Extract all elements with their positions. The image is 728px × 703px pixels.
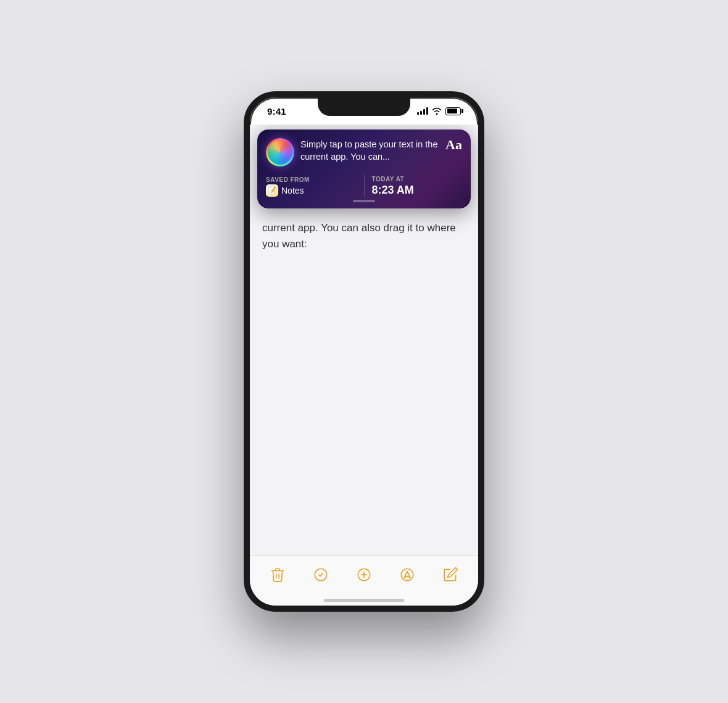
delete-button[interactable] — [264, 561, 291, 588]
compose-button[interactable] — [437, 561, 464, 588]
add-button[interactable] — [350, 561, 378, 588]
siri-today-label: TODAY AT — [372, 176, 463, 183]
siri-orb — [266, 138, 294, 166]
svg-point-4 — [401, 569, 413, 581]
navigation-icon — [399, 567, 415, 583]
content-area: Simply tap to paste your text in the cur… — [250, 125, 478, 606]
siri-main-text: Simply tap to paste your text in the cur… — [300, 138, 439, 163]
compose-icon — [442, 567, 458, 583]
signal-icon — [417, 107, 428, 115]
notch — [318, 97, 410, 116]
siri-app-name: Notes — [281, 186, 304, 195]
siri-saved-from: SAVED FROM 📝 Notes — [266, 176, 357, 197]
plus-circle-icon — [356, 567, 372, 583]
banner-handle — [353, 200, 375, 202]
share-button[interactable] — [394, 561, 421, 588]
home-indicator — [324, 599, 404, 602]
siri-time-value: 8:23 AM — [372, 184, 463, 197]
notes-body-text: current app. You can also drag it to whe… — [262, 222, 456, 250]
siri-aa-button[interactable]: Aa — [445, 137, 462, 153]
bottom-toolbar — [250, 555, 478, 606]
phone-frame: 9:41 Simply tap to paste your t — [244, 91, 484, 612]
siri-clipboard-banner[interactable]: Simply tap to paste your text in the cur… — [257, 130, 471, 208]
svg-marker-5 — [404, 571, 410, 577]
check-button[interactable] — [307, 561, 334, 588]
trash-icon — [270, 567, 286, 583]
siri-today-at: TODAY AT 8:23 AM — [372, 176, 463, 197]
battery-icon — [445, 107, 461, 115]
status-icons — [417, 107, 461, 115]
siri-meta-divider — [364, 175, 365, 197]
wifi-icon — [432, 107, 442, 115]
check-circle-icon — [313, 567, 329, 583]
siri-saved-from-label: SAVED FROM — [266, 176, 357, 183]
status-time: 9:41 — [267, 106, 286, 117]
notes-app-icon: 📝 — [266, 184, 278, 197]
